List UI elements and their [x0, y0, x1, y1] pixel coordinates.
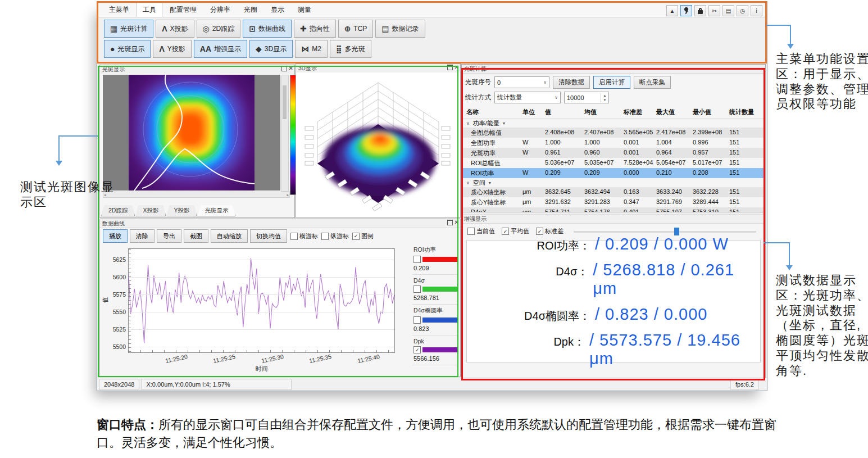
- spinner-arrows-icon[interactable]: ▲▼: [601, 93, 608, 102]
- 增强显示-button[interactable]: AA增强显示: [194, 40, 247, 58]
- checkbox-icon[interactable]: [413, 346, 421, 353]
- table-cell: 0.347: [624, 198, 656, 207]
- pin-icon[interactable]: [680, 5, 692, 16]
- beam-vertical-scrollbar[interactable]: [281, 75, 289, 192]
- enhanced-display-icon: AA: [200, 44, 211, 53]
- stat-count-spinner[interactable]: 10000 ▲▼: [564, 92, 609, 103]
- checkbox-icon[interactable]: [536, 228, 543, 235]
- checkbox-icon[interactable]: [467, 228, 475, 235]
- lock-icon[interactable]: [694, 5, 706, 16]
- curve-checkbox-图例[interactable]: 图例: [352, 232, 374, 241]
- scroll-right-icon[interactable]: ▸: [287, 193, 289, 197]
- slider-thumb[interactable]: [674, 228, 679, 235]
- 清除-button[interactable]: 清除: [130, 229, 154, 243]
- table-cell: 0.960: [584, 149, 624, 157]
- enhanced-font-slider[interactable]: [574, 228, 756, 235]
- menu-tab[interactable]: 光圈: [238, 2, 263, 17]
- 多光斑-button[interactable]: ⣿多光斑: [330, 40, 371, 58]
- table-header-cell[interactable]: 名称: [466, 108, 522, 116]
- 切换均值-button[interactable]: 切换均值: [250, 229, 287, 243]
- legend-name: D4σ: [413, 277, 457, 284]
- curve-chart: 值 562556005575555055255500 11:25:2011:25…: [101, 245, 412, 375]
- stat-mode-select[interactable]: 统计数量∨: [494, 92, 561, 103]
- menu-tab[interactable]: 主菜单: [103, 2, 135, 17]
- table-row[interactable]: 全图总幅值2.408e+082.407e+083.565e+052.417e+0…: [462, 128, 765, 138]
- checkbox-icon[interactable]: [502, 228, 509, 235]
- surface-plot[interactable]: [296, 72, 460, 217]
- beam-tab-光斑显示[interactable]: 光斑显示: [197, 205, 235, 216]
- float-window-icon[interactable]: [281, 66, 287, 71]
- checkbox-icon[interactable]: [290, 233, 298, 240]
- X投影-button[interactable]: ΛX投影: [156, 20, 194, 38]
- enhanced-panel-title: 增强显示: [464, 215, 487, 223]
- enable-calc-button[interactable]: 启用计算: [593, 76, 630, 89]
- menu-tab[interactable]: 配置管理: [163, 2, 203, 17]
- multi-beam-icon: ⣿: [336, 44, 342, 53]
- beam-horizontal-scrollbar[interactable]: ◂▸: [103, 192, 290, 198]
- breakpoint-capture-button[interactable]: 断点采集: [634, 76, 671, 89]
- plot-area[interactable]: 562556005575555055255500: [128, 248, 395, 353]
- clear-data-button[interactable]: 清除数据: [553, 76, 590, 89]
- table-header-cell[interactable]: 单位: [522, 108, 545, 116]
- 光斑计算-button[interactable]: ▦光斑计算: [104, 20, 153, 38]
- checkbox-icon[interactable]: [413, 316, 421, 324]
- table-row[interactable]: 全图功率W1.0001.0000.0011.0040.996151: [462, 138, 765, 148]
- beam-tab-X投影[interactable]: X投影: [135, 205, 166, 216]
- table-row[interactable]: 质心X轴坐标μm3632.6453632.4940.1633633.240363…: [462, 187, 765, 197]
- beam-seq-select[interactable]: 0∨: [494, 76, 549, 88]
- table-header-cell[interactable]: 统计数量: [729, 108, 765, 116]
- table-row[interactable]: D4σXμm5754.7115754.1760.4015755.1075753.…: [462, 207, 765, 212]
- TCP-button[interactable]: ⊕TCP: [338, 20, 374, 38]
- table-group-row[interactable]: ∨功率/能量▾: [462, 119, 765, 128]
- menu-tab[interactable]: 显示: [265, 2, 290, 17]
- float-window-icon[interactable]: [447, 65, 453, 70]
- table-header-cell[interactable]: 均值: [584, 108, 624, 116]
- 2D跟踪-button[interactable]: ◎2D跟踪: [197, 20, 241, 38]
- collapse-icon[interactable]: ▲: [666, 5, 678, 16]
- table-header-cell[interactable]: 标准差: [624, 108, 656, 116]
- 光斑显示-button[interactable]: ●光斑显示: [104, 40, 151, 58]
- close-icon[interactable]: ✕: [289, 66, 293, 71]
- 导出-button[interactable]: 导出: [157, 229, 181, 243]
- table-row[interactable]: 光斑功率W0.9610.9600.0010.9640.957151: [462, 148, 765, 158]
- curve-checkbox-纵游标[interactable]: 纵游标: [321, 232, 349, 241]
- table-row[interactable]: 质心Y轴坐标μm3291.6323291.2830.3473291.769328…: [462, 197, 765, 207]
- beam-image-viewport[interactable]: [103, 75, 280, 191]
- table-row[interactable]: ROI功率W0.2090.2090.0000.2100.208151: [462, 168, 765, 178]
- stat-mode-label: 统计方式: [465, 93, 491, 102]
- document-icon[interactable]: ▤: [722, 5, 734, 16]
- fps-status: fps:6.2: [730, 379, 759, 390]
- checkbox-icon[interactable]: [413, 256, 421, 263]
- 3D显示-button[interactable]: ◆3D显示: [249, 40, 293, 58]
- checkbox-icon[interactable]: [352, 233, 360, 240]
- close-icon[interactable]: ✕: [455, 65, 459, 70]
- float-window-icon[interactable]: [447, 220, 453, 225]
- info-icon[interactable]: i: [751, 5, 762, 16]
- 截图-button[interactable]: 截图: [184, 229, 208, 243]
- table-row[interactable]: ROI总幅值5.036e+075.035e+077.528e+045.054e+…: [462, 158, 765, 168]
- curve-checkbox-横游标[interactable]: 横游标: [290, 232, 318, 241]
- close-icon[interactable]: ✕: [455, 220, 459, 225]
- checkbox-icon[interactable]: [321, 233, 329, 240]
- table-cell: 0.401: [624, 208, 656, 212]
- 自动缩放-button[interactable]: 自动缩放: [211, 229, 248, 243]
- 数据曲线-button[interactable]: ⊡数据曲线: [243, 20, 292, 38]
- history-icon[interactable]: ◷: [737, 5, 748, 16]
- menu-tab[interactable]: 分辨率: [204, 2, 237, 17]
- table-header-cell[interactable]: 最小值: [693, 108, 729, 116]
- menu-tab[interactable]: 测量: [292, 2, 317, 17]
- 指向性-button[interactable]: ✚指向性: [294, 20, 336, 38]
- cut-icon[interactable]: ✂: [708, 5, 720, 16]
- stats-table[interactable]: 名称单位值均值标准差最大值最小值统计数量∨功率/能量▾全图总幅值2.408e+0…: [462, 106, 765, 212]
- checkbox-icon[interactable]: [413, 285, 421, 293]
- M2-button[interactable]: ⋈M2: [295, 40, 328, 58]
- beam-tab-Y投影[interactable]: Y投影: [166, 205, 197, 216]
- table-header-cell[interactable]: 最大值: [656, 108, 693, 116]
- table-header-cell[interactable]: 值: [545, 108, 584, 116]
- curve-panel-titlebar: 数据曲线 ✕: [100, 219, 460, 228]
- menu-tab[interactable]: 工具: [137, 2, 162, 17]
- 数据记录-button[interactable]: ▤数据记录: [375, 20, 425, 38]
- 播放-button[interactable]: 播放: [103, 229, 128, 243]
- table-group-row[interactable]: ∨空间▾: [462, 178, 765, 187]
- Y投影-button[interactable]: ΛY投影: [153, 40, 191, 58]
